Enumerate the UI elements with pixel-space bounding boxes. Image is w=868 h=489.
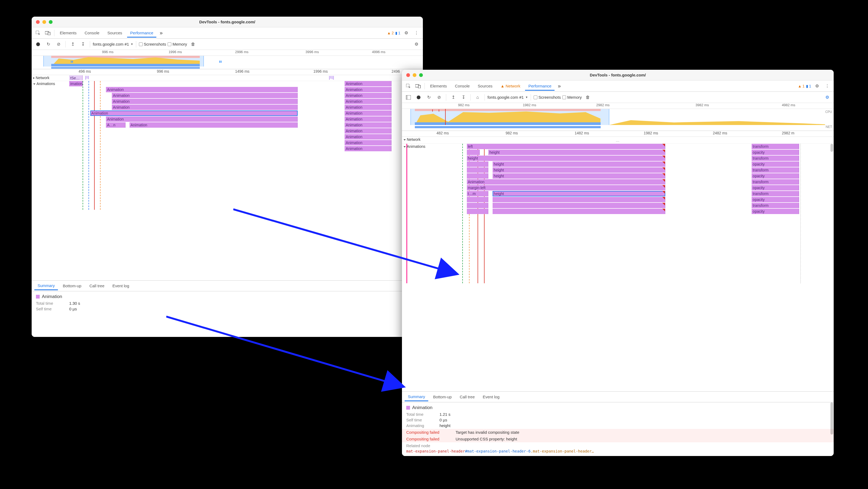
anim-bar-transform[interactable]: transform <box>752 167 799 173</box>
close-icon[interactable] <box>36 20 40 24</box>
track-splitter[interactable]: … <box>616 138 620 143</box>
pause-handle-right-icon[interactable] <box>219 61 221 63</box>
kebab-icon[interactable]: ⋮ <box>823 82 832 90</box>
anim-bar[interactable]: Animation <box>112 93 298 98</box>
anim-bar[interactable]: Animation <box>345 128 392 133</box>
tab-elements[interactable]: Elements <box>427 82 450 90</box>
scrollbar-thumb[interactable] <box>831 402 833 434</box>
details-scrollbar[interactable] <box>831 402 833 456</box>
anim-bar-partial[interactable]: imation <box>69 81 83 86</box>
anim-bar[interactable]: Animation <box>345 87 392 92</box>
anim-bar[interactable]: Animation <box>345 116 392 122</box>
warnings-badge[interactable]: ▲ 1 <box>798 84 805 88</box>
anim-bar[interactable]: Animation <box>345 81 392 86</box>
screenshots-toggle[interactable]: Screenshots <box>139 42 166 47</box>
tab-elements[interactable]: Elements <box>57 29 80 37</box>
anim-bar[interactable] <box>467 203 489 208</box>
warnings-badge[interactable]: ▲ 2 <box>387 31 394 35</box>
tab-console[interactable]: Console <box>452 82 473 90</box>
maximize-icon[interactable] <box>419 73 423 77</box>
anim-bar[interactable]: Animation <box>345 134 392 140</box>
tab-sources[interactable]: Sources <box>475 82 496 90</box>
scrollbar-thumb[interactable] <box>831 144 833 152</box>
clear-button[interactable]: ⊘ <box>435 93 443 101</box>
minimize-icon[interactable] <box>42 20 46 24</box>
pause-handle-left-icon[interactable] <box>71 61 73 63</box>
upload-icon[interactable]: ↥ <box>68 40 77 48</box>
record-button[interactable] <box>414 93 423 101</box>
device-icon[interactable] <box>43 29 52 37</box>
anim-bar[interactable] <box>467 197 489 202</box>
anim-bar[interactable] <box>467 161 489 167</box>
anim-bar-opacity[interactable]: opacity <box>752 185 799 190</box>
anim-bar-selected[interactable]: Animation <box>90 111 298 116</box>
anim-bar[interactable]: Animation <box>112 99 298 104</box>
network-track-header[interactable]: Network <box>402 137 422 142</box>
anim-bar-height[interactable]: height <box>488 150 665 155</box>
trash-icon[interactable]: 🗑 <box>189 40 197 48</box>
network-item[interactable]: tSe… <box>69 75 83 80</box>
anim-bar-opacity[interactable]: opacity <box>752 209 799 214</box>
profile-select[interactable]: fonts.google.com #1 ▼ <box>93 42 133 47</box>
gear-icon[interactable]: ⚙ <box>813 82 822 90</box>
anim-bar-left[interactable]: left <box>467 144 665 149</box>
tab-sources[interactable]: Sources <box>104 29 125 37</box>
anim-bar[interactable] <box>493 197 665 202</box>
anim-bar-opacity[interactable]: opacity <box>752 150 799 155</box>
anim-bar[interactable] <box>493 203 665 208</box>
inspect-icon[interactable] <box>34 29 42 37</box>
anim-bar-transform[interactable]: transform <box>752 203 799 208</box>
animations-track[interactable]: Animations imation Animation Animation A… <box>32 81 423 210</box>
anim-bar[interactable]: Animation <box>112 104 298 110</box>
maximize-icon[interactable] <box>49 20 53 24</box>
anim-bar-short[interactable]: A…n <box>106 122 125 128</box>
capture-settings-gear-icon[interactable]: ⚙ <box>412 40 421 48</box>
overview[interactable]: 982 ms 1982 ms 2982 ms 3982 ms 4982 ms C… <box>402 103 834 131</box>
tab-call-tree[interactable]: Call tree <box>86 282 107 290</box>
inspect-icon[interactable] <box>404 82 413 90</box>
tab-performance[interactable]: Performance <box>525 82 555 91</box>
flame-scrollbar[interactable] <box>831 144 833 283</box>
issues-badge[interactable]: ▮ 1 <box>806 84 811 88</box>
clear-button[interactable]: ⊘ <box>54 40 63 48</box>
sidebar-toggle-icon[interactable] <box>404 93 413 101</box>
flame-chart[interactable]: 482 ms 982 ms 1482 ms 1982 ms 2482 ms 29… <box>402 131 834 391</box>
kebab-icon[interactable]: ⋮ <box>412 29 421 37</box>
tab-summary[interactable]: Summary <box>405 393 428 401</box>
network-track[interactable]: Network tSe… <box>32 75 423 81</box>
anim-bar-selected-height[interactable]: height <box>493 191 665 196</box>
anim-bar-height[interactable]: height <box>493 173 665 179</box>
screenshots-toggle[interactable]: Screenshots <box>534 95 561 99</box>
titlebar[interactable]: DevTools - fonts.google.com/ <box>32 17 423 27</box>
home-icon[interactable]: ⌂ <box>473 93 482 101</box>
anim-bar[interactable]: Animation <box>345 99 392 104</box>
network-track-header[interactable]: Network <box>32 75 51 81</box>
flame-chart[interactable]: 496 ms 996 ms 1496 ms 1996 ms 2496 Netwo… <box>32 69 423 280</box>
tab-console[interactable]: Console <box>82 29 103 37</box>
anim-bar-transform[interactable]: transform <box>752 191 799 196</box>
anim-bar-opacity[interactable]: opacity <box>752 197 799 202</box>
memory-toggle[interactable]: Memory <box>167 42 187 47</box>
anim-bar[interactable] <box>467 209 489 214</box>
trash-icon[interactable]: 🗑 <box>584 93 592 101</box>
overview[interactable]: 996 ms 1996 ms 2996 ms 3996 ms 4996 ms <box>32 50 423 69</box>
anim-bar-transform[interactable]: transform <box>752 144 799 149</box>
tab-performance[interactable]: Performance <box>127 29 157 37</box>
tab-event-log[interactable]: Event log <box>479 393 503 401</box>
anim-bar-opacity[interactable]: opacity <box>752 173 799 179</box>
anim-bar[interactable]: Animation <box>345 111 392 116</box>
reload-record-button[interactable]: ↻ <box>44 40 53 48</box>
titlebar[interactable]: DevTools - fonts.google.com/ <box>402 70 834 81</box>
record-button[interactable] <box>34 40 42 48</box>
anim-bar[interactable]: Animation <box>345 93 392 98</box>
device-icon[interactable] <box>414 82 422 90</box>
anim-bar[interactable]: Animation <box>345 104 392 110</box>
anim-bar[interactable]: Animation <box>129 122 298 128</box>
anim-bar-transform[interactable]: transform <box>752 179 799 185</box>
anim-bar[interactable]: Animation <box>345 140 392 145</box>
anim-bar[interactable]: Animation <box>345 122 392 128</box>
anim-bar-transform[interactable]: transform <box>752 156 799 161</box>
anim-bar-opacity[interactable]: opacity <box>752 161 799 167</box>
network-track[interactable]: Network … <box>402 137 834 144</box>
reload-record-button[interactable]: ↻ <box>425 93 433 101</box>
